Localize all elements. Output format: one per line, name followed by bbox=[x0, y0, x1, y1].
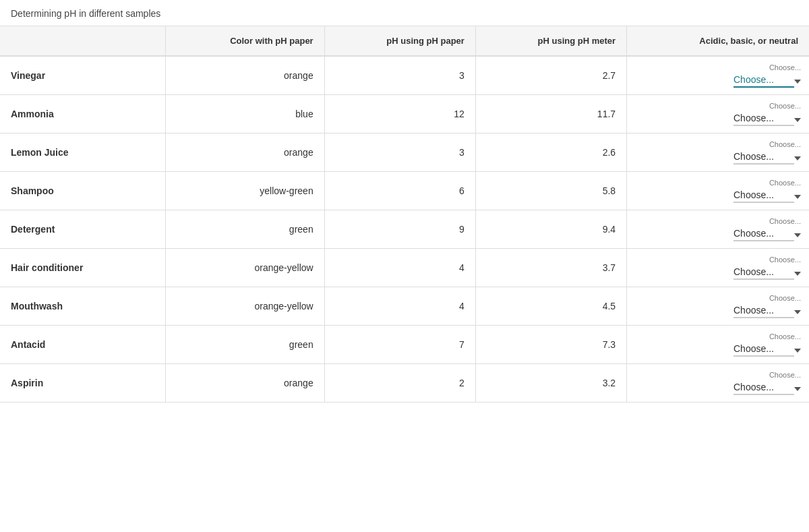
ph-paper-value: 7 bbox=[324, 326, 475, 364]
table-row: Antacidgreen77.3Choose...Choose... bbox=[0, 326, 809, 364]
sample-name: Shampoo bbox=[0, 172, 165, 210]
ph-meter-value: 7.3 bbox=[475, 326, 626, 364]
table-row: Lemon Juiceorange32.6Choose...Choose... bbox=[0, 134, 809, 172]
color-value: orange bbox=[165, 134, 324, 172]
table-row: Detergentgreen99.4Choose...Choose... bbox=[0, 210, 809, 249]
choose-label[interactable]: Choose... bbox=[733, 73, 794, 88]
choose-hint-label: Choose... bbox=[769, 140, 801, 148]
sample-name: Aspirin bbox=[0, 364, 165, 403]
chevron-down-icon[interactable] bbox=[794, 267, 801, 278]
ph-meter-value: 5.8 bbox=[475, 172, 626, 210]
color-value: yellow-green bbox=[165, 172, 324, 210]
choose-cell[interactable]: Choose...Choose... bbox=[627, 172, 809, 210]
sample-name: Ammonia bbox=[0, 95, 165, 134]
ph-paper-value: 3 bbox=[324, 134, 475, 172]
ph-meter-value: 9.4 bbox=[475, 210, 626, 249]
choose-label[interactable]: Choose... bbox=[733, 380, 794, 395]
page-title: Determining pH in different samples bbox=[0, 0, 809, 26]
ph-meter-value: 3.2 bbox=[475, 364, 626, 403]
choose-hint-label: Choose... bbox=[769, 294, 801, 302]
color-value: blue bbox=[165, 95, 324, 134]
ph-paper-value: 3 bbox=[324, 56, 475, 95]
sample-name: Hair conditioner bbox=[0, 249, 165, 287]
choose-cell[interactable]: Choose...Choose... bbox=[627, 326, 809, 364]
table-row: Shampooyellow-green65.8Choose...Choose..… bbox=[0, 172, 809, 210]
ph-meter-value: 4.5 bbox=[475, 287, 626, 326]
choose-hint-label: Choose... bbox=[769, 256, 801, 264]
chevron-down-icon[interactable] bbox=[794, 382, 801, 393]
sample-name: Vinegar bbox=[0, 56, 165, 95]
choose-hint-label: Choose... bbox=[769, 179, 801, 187]
choose-cell[interactable]: Choose...Choose... bbox=[627, 134, 809, 172]
column-header-4: Acidic, basic, or neutral bbox=[627, 26, 809, 56]
sample-name: Mouthwash bbox=[0, 287, 165, 326]
choose-label[interactable]: Choose... bbox=[733, 227, 794, 241]
chevron-down-icon[interactable] bbox=[794, 344, 801, 355]
sample-name: Antacid bbox=[0, 326, 165, 364]
column-header-1: Color with pH paper bbox=[165, 26, 324, 56]
choose-hint-label: Choose... bbox=[769, 371, 801, 379]
color-value: orange-yellow bbox=[165, 249, 324, 287]
ph-meter-value: 3.7 bbox=[475, 249, 626, 287]
sample-name: Detergent bbox=[0, 210, 165, 249]
choose-cell[interactable]: Choose...Choose... bbox=[627, 364, 809, 403]
chevron-down-icon[interactable] bbox=[794, 152, 801, 162]
choose-cell[interactable]: Choose...Choose... bbox=[627, 249, 809, 287]
choose-label[interactable]: Choose... bbox=[733, 111, 794, 126]
ph-paper-value: 2 bbox=[324, 364, 475, 403]
ph-paper-value: 12 bbox=[324, 95, 475, 134]
ph-paper-value: 6 bbox=[324, 172, 475, 210]
ph-meter-value: 2.6 bbox=[475, 134, 626, 172]
ph-paper-value: 4 bbox=[324, 249, 475, 287]
chevron-down-icon[interactable] bbox=[794, 229, 801, 239]
choose-cell[interactable]: Choose...Choose... bbox=[627, 56, 809, 95]
choose-label[interactable]: Choose... bbox=[733, 342, 794, 357]
table-row: Hair conditionerorange-yellow43.7Choose.… bbox=[0, 249, 809, 287]
ph-meter-value: 11.7 bbox=[475, 95, 626, 134]
choose-label[interactable]: Choose... bbox=[733, 188, 794, 203]
choose-label[interactable]: Choose... bbox=[733, 303, 794, 318]
chevron-down-icon[interactable] bbox=[794, 190, 801, 201]
ph-meter-value: 2.7 bbox=[475, 56, 626, 95]
table-row: Mouthwashorange-yellow44.5Choose...Choos… bbox=[0, 287, 809, 326]
choose-cell[interactable]: Choose...Choose... bbox=[627, 287, 809, 326]
choose-cell[interactable]: Choose...Choose... bbox=[627, 210, 809, 249]
chevron-down-icon[interactable] bbox=[794, 75, 801, 86]
table-row: Vinegarorange32.7Choose...Choose... bbox=[0, 56, 809, 95]
choose-label[interactable]: Choose... bbox=[733, 265, 794, 280]
choose-hint-label: Choose... bbox=[769, 332, 801, 341]
ph-paper-value: 4 bbox=[324, 287, 475, 326]
chevron-down-icon[interactable] bbox=[794, 305, 801, 316]
ph-paper-value: 9 bbox=[324, 210, 475, 249]
choose-hint-label: Choose... bbox=[769, 217, 801, 225]
choose-hint-label: Choose... bbox=[769, 63, 801, 71]
color-value: green bbox=[165, 210, 324, 249]
table-row: Ammoniablue1211.7Choose...Choose... bbox=[0, 95, 809, 134]
chevron-down-icon[interactable] bbox=[794, 113, 801, 124]
column-header-3: pH using pH meter bbox=[475, 26, 626, 56]
table-row: Aspirinorange23.2Choose...Choose... bbox=[0, 364, 809, 403]
choose-cell[interactable]: Choose...Choose... bbox=[627, 95, 809, 134]
choose-hint-label: Choose... bbox=[769, 102, 801, 110]
sample-name: Lemon Juice bbox=[0, 134, 165, 172]
choose-label[interactable]: Choose... bbox=[733, 150, 794, 165]
ph-table: Color with pH paperpH using pH paperpH u… bbox=[0, 26, 809, 403]
column-header-0 bbox=[0, 26, 165, 56]
color-value: orange-yellow bbox=[165, 287, 324, 326]
color-value: green bbox=[165, 326, 324, 364]
color-value: orange bbox=[165, 364, 324, 403]
color-value: orange bbox=[165, 56, 324, 95]
column-header-2: pH using pH paper bbox=[324, 26, 475, 56]
